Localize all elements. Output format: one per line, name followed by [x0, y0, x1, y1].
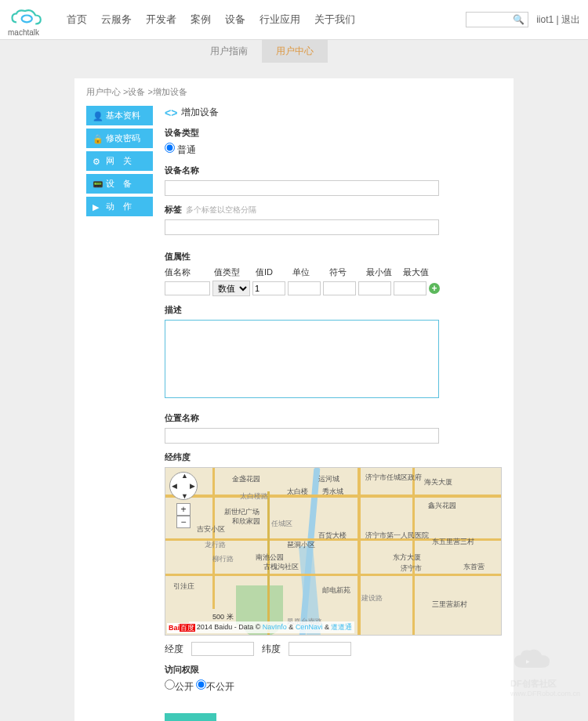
- search-icon[interactable]: 🔍: [513, 14, 524, 25]
- access-public-option[interactable]: 公开: [165, 681, 194, 692]
- add-attr-button[interactable]: +: [429, 283, 440, 294]
- location-label: 位置名称: [165, 412, 502, 424]
- tag-hint: 多个标签以空格分隔: [186, 205, 256, 214]
- map-poi: 邮电新苑: [322, 585, 350, 596]
- attr-max-input[interactable]: [394, 281, 426, 295]
- logo[interactable]: machtalk: [8, 4, 51, 35]
- map-poi: 龙行路: [205, 540, 226, 550]
- access-label: 访问权限: [165, 664, 502, 676]
- sidebar-item-profile[interactable]: 👤基本资料: [86, 106, 153, 125]
- map-attr-link[interactable]: CenNavi: [296, 623, 323, 631]
- map-poi: 济宁市任城区政府: [365, 473, 422, 483]
- gateway-icon: ⚙: [93, 157, 102, 166]
- map-pan-control[interactable]: ▲ ▼ ◀ ▶: [169, 472, 198, 500]
- attr-h-name: 值名称: [165, 266, 210, 278]
- nav-dev[interactable]: 开发者: [146, 13, 176, 27]
- map-attr-link[interactable]: 道道通: [331, 623, 352, 631]
- type-normal-option[interactable]: 普通: [165, 144, 196, 155]
- nav-about[interactable]: 关于我们: [314, 13, 355, 27]
- sidebar-item-gateway[interactable]: ⚙网 关: [86, 151, 153, 171]
- map-poi: 柳行路: [212, 554, 234, 564]
- access-private-radio[interactable]: [196, 679, 206, 690]
- tag-label: 标签: [165, 205, 182, 214]
- main-nav: 首页 云服务 开发者 案例 设备 行业应用 关于我们: [67, 13, 466, 27]
- nav-home[interactable]: 首页: [67, 13, 87, 27]
- pan-down-icon[interactable]: ▼: [181, 492, 188, 500]
- sidebar-item-label: 动 作: [106, 201, 132, 212]
- search-input[interactable]: [470, 15, 513, 24]
- map-poi: 建设路: [361, 593, 383, 603]
- map-poi: 吉安小区: [197, 524, 225, 534]
- map-poi: 古槐沟社区: [263, 562, 299, 572]
- svg-point-0: [22, 16, 32, 23]
- attr-name-input[interactable]: [165, 281, 210, 295]
- nav-case[interactable]: 案例: [191, 13, 211, 27]
- nav-industry[interactable]: 行业应用: [260, 13, 300, 27]
- tag-input[interactable]: [165, 219, 439, 235]
- main-panel: 用户中心 >设备 >增加设备 👤基本资料 🔒修改密码 ⚙网 关 📟设 备 ▶动 …: [74, 78, 514, 721]
- device-type-label: 设备类型: [165, 127, 502, 139]
- device-name-input[interactable]: [165, 180, 439, 196]
- subnav-center[interactable]: 用户中心: [262, 40, 328, 63]
- subnav-guide[interactable]: 用户指南: [196, 40, 262, 63]
- username-link[interactable]: iiot1: [536, 14, 554, 25]
- attr-h-symbol: 符号: [329, 266, 362, 278]
- map-attr-link[interactable]: NavInfo: [263, 623, 287, 631]
- sidebar-item-label: 网 关: [106, 155, 132, 167]
- desc-textarea[interactable]: [165, 320, 439, 398]
- attr-h-max: 最大值: [403, 266, 436, 278]
- map-poi: 任城区: [271, 519, 292, 529]
- sidebar-item-label: 设 备: [106, 178, 132, 190]
- map-poi: 三里营新村: [432, 600, 467, 610]
- sidebar-item-device[interactable]: 📟设 备: [86, 174, 153, 194]
- map-poi: 琶洞小区: [287, 540, 315, 550]
- attr-h-unit: 单位: [292, 266, 325, 278]
- type-normal-radio[interactable]: [165, 143, 175, 153]
- breadcrumb-usercenter[interactable]: 用户中心: [86, 87, 121, 96]
- save-button[interactable]: 保存: [165, 713, 216, 721]
- device-icon: 📟: [93, 179, 102, 189]
- access-private-option[interactable]: 不公开: [196, 681, 234, 692]
- type-normal-text: 普通: [177, 144, 196, 155]
- sidebar-item-label: 修改密码: [106, 132, 140, 144]
- coord-label: 经纬度: [165, 451, 502, 463]
- attr-id-input[interactable]: [252, 281, 285, 295]
- sidebar-item-action[interactable]: ▶动 作: [86, 197, 153, 216]
- attr-label: 值属性: [165, 251, 502, 263]
- zoom-in-button[interactable]: +: [176, 503, 191, 516]
- baidu-logo: Bai百度: [167, 623, 197, 633]
- pan-left-icon[interactable]: ◀: [172, 482, 177, 490]
- pan-up-icon[interactable]: ▲: [181, 472, 188, 480]
- breadcrumb-device[interactable]: 设备: [128, 87, 145, 96]
- search-box[interactable]: 🔍: [466, 12, 528, 27]
- map[interactable]: 金盏花园 运河城 济宁市任城区政府 海关大厦 太白楼路 太白楼 秀水城 鑫兴花园…: [165, 467, 502, 636]
- attr-type-select[interactable]: 数值类: [212, 281, 250, 296]
- attr-h-id: 值ID: [256, 266, 289, 278]
- attr-symbol-input[interactable]: [323, 281, 356, 295]
- access-private-text: 不公开: [206, 681, 234, 692]
- map-poi: 秀水城: [322, 487, 343, 497]
- access-public-radio[interactable]: [165, 679, 175, 690]
- action-icon: ▶: [93, 202, 102, 212]
- pan-right-icon[interactable]: ▶: [190, 482, 195, 490]
- sidebar-item-password[interactable]: 🔒修改密码: [86, 129, 153, 148]
- map-poi: 海关大厦: [424, 477, 452, 487]
- logo-text: machtalk: [8, 28, 39, 37]
- map-poi: 百货大楼: [318, 531, 347, 541]
- map-poi: 东首营: [463, 562, 485, 572]
- attr-row: 数值类 +: [165, 281, 502, 296]
- lng-input[interactable]: [191, 642, 254, 656]
- location-input[interactable]: [165, 428, 439, 444]
- zoom-out-button[interactable]: −: [176, 516, 191, 528]
- attr-min-input[interactable]: [358, 281, 391, 295]
- nav-cloud[interactable]: 云服务: [101, 13, 132, 27]
- lng-label: 经度: [165, 643, 183, 656]
- map-poi: 运河城: [318, 474, 339, 484]
- angle-icon: <>: [165, 107, 177, 119]
- map-poi: 和欣家园: [232, 516, 260, 527]
- logout-link[interactable]: 退出: [561, 14, 580, 25]
- sidebar: 👤基本资料 🔒修改密码 ⚙网 关 📟设 备 ▶动 作: [86, 106, 153, 721]
- attr-unit-input[interactable]: [288, 281, 321, 295]
- nav-device[interactable]: 设备: [225, 13, 245, 27]
- lat-input[interactable]: [289, 642, 351, 656]
